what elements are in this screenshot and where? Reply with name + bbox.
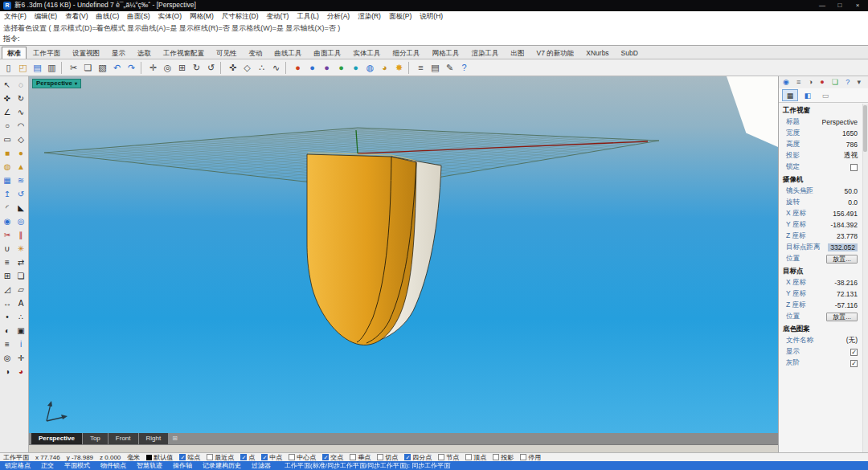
viewport-tab-right[interactable]: Right xyxy=(139,433,169,444)
menu-item-8[interactable]: 变动(T) xyxy=(263,12,293,22)
pan-tool-icon[interactable]: ✛ xyxy=(14,351,28,365)
panel-row-value[interactable]: -57.116 xyxy=(835,301,858,309)
command-area[interactable]: 选择着色设置 ( 显示模式(D)=着色模式 显示曲线(A)=是 显示框线(R)=… xyxy=(0,22,868,46)
layers-panel-icon[interactable]: ≡ xyxy=(796,76,800,88)
menu-item-9[interactable]: 工具(L) xyxy=(293,12,322,22)
current-layer-button[interactable]: 默认值 xyxy=(146,453,173,462)
panel-section-header-2[interactable]: 目标点 xyxy=(779,264,868,277)
ribbon-tab-15[interactable]: V7 的新功能 xyxy=(531,47,580,59)
split-icon[interactable]: ∥ xyxy=(14,228,28,242)
box-icon[interactable]: ■ xyxy=(1,146,14,160)
gumball-icon[interactable]: ◇ xyxy=(240,61,254,75)
osnap-checkbox[interactable] xyxy=(520,454,526,460)
select-arrow-icon[interactable]: ↖ xyxy=(1,78,14,92)
status-toggle-5[interactable]: 操作轴 xyxy=(173,461,192,470)
menu-item-13[interactable]: 说明(H) xyxy=(416,12,447,22)
panel-row-value[interactable]: 156.491 xyxy=(833,210,858,218)
menu-item-12[interactable]: 面板(P) xyxy=(385,12,416,22)
menu-item-3[interactable]: 曲线(C) xyxy=(92,12,124,22)
viewport-tab-top[interactable]: Top xyxy=(83,433,108,444)
move-tool-icon[interactable]: ✜ xyxy=(1,92,14,105)
ribbon-tab-12[interactable]: 网格工具 xyxy=(427,47,465,59)
ribbon-tab-4[interactable]: 选取 xyxy=(132,47,157,59)
fillet-icon[interactable]: ◜ xyxy=(1,201,14,215)
status-toggle-3[interactable]: 物件锁点 xyxy=(100,461,126,470)
copy-icon[interactable]: ❏ xyxy=(81,61,95,75)
ribbon-tab-9[interactable]: 曲面工具 xyxy=(309,47,347,59)
object-snap-icon[interactable]: ∴ xyxy=(255,61,268,75)
extrude-icon[interactable]: ↥ xyxy=(1,187,14,201)
xray-viewport-icon[interactable]: ● xyxy=(334,61,348,75)
osnap-toggle-9[interactable]: 节点 xyxy=(438,453,459,462)
menu-item-6[interactable]: 网格(M) xyxy=(186,12,218,22)
panel-checkbox[interactable]: ✓ xyxy=(850,349,858,356)
control-points-icon[interactable]: ∴ xyxy=(14,310,28,324)
ribbon-tab-8[interactable]: 曲线工具 xyxy=(269,47,308,59)
osnap-checkbox[interactable] xyxy=(289,454,295,460)
osnap-toggle-7[interactable]: 切点 xyxy=(377,453,398,462)
viewport-tab-perspective[interactable]: Perspective xyxy=(31,433,82,444)
panel-section-header-1[interactable]: 摄像机 xyxy=(779,173,868,186)
ribbon-tab-2[interactable]: 设置视图 xyxy=(67,47,105,59)
rectangle-icon[interactable]: ▭ xyxy=(1,133,14,146)
status-toggle-7[interactable]: 过滤器 xyxy=(252,461,271,470)
shear-icon[interactable]: ▱ xyxy=(14,283,28,296)
osnap-checkbox[interactable]: ✓ xyxy=(179,454,186,460)
panel-row-value[interactable]: 23.778 xyxy=(837,232,858,240)
zoom-extents-icon[interactable]: ⊞ xyxy=(175,61,189,75)
page-properties-tab[interactable]: ▭ xyxy=(817,89,833,101)
boolean-union-icon[interactable]: ◉ xyxy=(1,215,14,228)
osnap-checkbox[interactable]: ✓ xyxy=(261,454,268,460)
help-icon[interactable]: ? xyxy=(457,61,471,75)
explode-icon[interactable]: ✳ xyxy=(14,242,28,255)
libraries-panel-icon[interactable]: ❏ xyxy=(832,76,838,88)
new-file-icon[interactable]: ▯ xyxy=(2,61,15,75)
menu-item-0[interactable]: 文件(F) xyxy=(0,12,31,22)
model-object[interactable] xyxy=(307,153,441,345)
surface-icon[interactable]: ▦ xyxy=(1,174,14,187)
maximize-button[interactable]: □ xyxy=(831,0,849,11)
menu-item-4[interactable]: 曲面(S) xyxy=(123,12,154,22)
curve-icon[interactable]: ∿ xyxy=(14,105,28,119)
notes-icon[interactable]: ✎ xyxy=(443,61,457,75)
perspective-viewport[interactable]: Perspective xyxy=(29,76,778,433)
offset-icon[interactable]: ≡ xyxy=(1,255,14,269)
osnap-checkbox[interactable] xyxy=(493,454,499,460)
dimension-icon[interactable]: ↔ xyxy=(1,296,14,310)
revolve-icon[interactable]: ↺ xyxy=(14,187,28,201)
panel-checkbox[interactable] xyxy=(850,164,858,171)
osnap-checkbox[interactable] xyxy=(377,454,383,460)
zoom-tool-icon[interactable]: ◎ xyxy=(1,351,14,365)
properties-tool-icon[interactable]: i xyxy=(14,337,28,351)
panel-checkbox[interactable]: ✓ xyxy=(850,360,858,367)
osnap-checkbox[interactable]: ✓ xyxy=(404,454,411,460)
osnap-checkbox[interactable] xyxy=(207,454,213,460)
osnap-toggle-2[interactable]: ✓点 xyxy=(240,453,255,462)
open-file-icon[interactable]: ◰ xyxy=(16,61,30,75)
materials-panel-icon[interactable]: ● xyxy=(820,76,824,88)
panel-section-header-0[interactable]: 工作视窗 xyxy=(779,104,868,116)
osnap-toggle-4[interactable]: 中心点 xyxy=(289,453,316,462)
boolean-difference-icon[interactable]: ◎ xyxy=(14,215,28,228)
mirror-icon[interactable]: ⇄ xyxy=(14,255,28,269)
menu-item-10[interactable]: 分析(A) xyxy=(323,12,354,22)
panel-row-value[interactable]: Perspective xyxy=(822,118,858,126)
zoom-window-icon[interactable]: ◎ xyxy=(161,61,174,75)
panel-row-value[interactable]: 0.0 xyxy=(848,198,858,206)
panel-row-value[interactable]: 50.0 xyxy=(844,187,858,195)
join-icon[interactable]: ∪ xyxy=(1,242,14,255)
record-history-icon[interactable]: ∿ xyxy=(269,61,283,75)
layer-manager-icon[interactable]: ≡ xyxy=(414,61,428,75)
cylinder-icon[interactable]: ◍ xyxy=(1,160,14,174)
osnap-checkbox[interactable] xyxy=(438,454,444,460)
group-icon[interactable]: ❏ xyxy=(14,269,28,283)
panel-row-value[interactable]: 1650 xyxy=(842,129,858,137)
panel-scrollbar[interactable] xyxy=(862,104,868,452)
ghosted-viewport-icon[interactable]: ● xyxy=(320,61,334,75)
redo-icon[interactable]: ↷ xyxy=(125,61,138,75)
scale-icon[interactable]: ◿ xyxy=(1,283,14,296)
select-brush-icon[interactable]: ◌ xyxy=(14,78,28,92)
viewport-title-label[interactable]: Perspective xyxy=(32,79,81,88)
close-button[interactable]: × xyxy=(849,0,866,11)
osnap-checkbox[interactable]: ✓ xyxy=(240,454,247,460)
